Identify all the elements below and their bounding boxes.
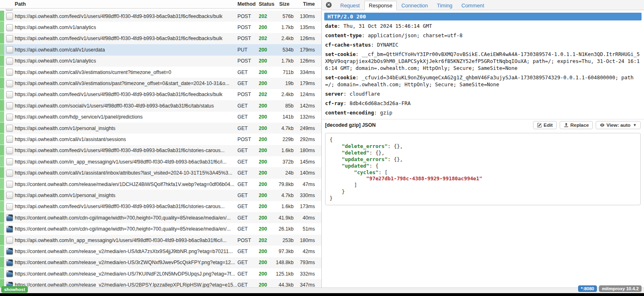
column-header-size[interactable]: Size xyxy=(275,1,294,7)
response-body-json[interactable]: { "delete_errors": {}, "deleted": {}, "u… xyxy=(325,133,641,205)
flow-method: POST xyxy=(237,13,259,19)
flow-row[interactable]: https://content.owhealth.com/release_v2/… xyxy=(0,246,321,257)
flow-row[interactable]: https://api.owhealth.com/call/v3/estimat… xyxy=(0,78,321,89)
flow-size: 576b xyxy=(275,13,294,19)
column-header-status[interactable]: Status xyxy=(259,1,275,7)
flow-row[interactable]: https://content.owhealth.com/cdn-cgi/ima… xyxy=(0,212,321,223)
detail-tabbar: ✕ RequestResponseConnectionTimingComment xyxy=(322,0,644,10)
flow-method: GET xyxy=(237,159,259,165)
flow-row[interactable]: https://content.owhealth.com/release/med… xyxy=(0,179,321,190)
flow-path: https://api.owhealth.com/call/v1/userdat… xyxy=(15,47,237,53)
flow-status: 200 xyxy=(259,25,275,30)
image-icon xyxy=(4,248,15,255)
response-header-line[interactable]: cf-cache-status: DYNAMIC xyxy=(325,41,641,48)
tab-response[interactable]: Response xyxy=(364,1,397,10)
row-marker xyxy=(0,201,4,212)
flow-row[interactable]: https://api.owhealth.com/feed/v1/users/4… xyxy=(0,33,321,44)
flow-size: 253b xyxy=(275,238,294,243)
flow-row[interactable]: https://api.owhealth.com/feed/v1/users/4… xyxy=(0,89,321,100)
flow-row[interactable]: https://api.owhealth.com/v1/analyticsPOS… xyxy=(0,56,321,67)
flow-time: 334ms xyxy=(294,70,321,75)
flow-path: https://api.owhealth.com/v1/personal_ins… xyxy=(15,193,237,198)
flow-size: 2.4kb xyxy=(275,36,294,41)
replace-button[interactable]: Replace xyxy=(560,121,593,129)
row-marker xyxy=(0,100,4,111)
flow-status: 200 xyxy=(259,81,275,86)
flow-table-header[interactable]: Path Method Status Size Time xyxy=(0,0,321,9)
flow-row[interactable]: https://api.owhealth.com/feed/v1/users/4… xyxy=(0,145,321,156)
flow-method: POST xyxy=(237,92,259,97)
flow-row[interactable]: https://api.owhealth.com/call/v1/userdat… xyxy=(0,44,321,55)
flow-time: 249ms xyxy=(294,126,321,131)
flow-row[interactable]: https://api.owhealth.com/v1/personal_ins… xyxy=(0,190,321,201)
flow-size: 141b xyxy=(275,114,294,120)
flow-row[interactable]: https://content.owhealth.com/release_v2/… xyxy=(0,279,321,287)
flow-path: https://api.owhealth.com/call/v1/assista… xyxy=(15,137,237,142)
document-icon xyxy=(4,170,15,177)
response-header-line[interactable]: content-encoding: gzip xyxy=(325,109,641,116)
column-header-time[interactable]: Time xyxy=(294,1,321,7)
document-icon xyxy=(4,24,15,31)
flow-row[interactable]: https://api.owhealth.com/v1/personal_ins… xyxy=(0,123,321,134)
flow-time: 51ms xyxy=(294,226,321,232)
response-header-line[interactable]: content-type: application/json; charset=… xyxy=(325,32,641,39)
flow-row[interactable]: https://api.owhealth.com/v1/analyticsPOS… xyxy=(0,22,321,33)
flow-method: GET xyxy=(237,103,259,109)
response-header-line[interactable]: cf-ray: 8db4c6d68ac3d26a-FRA xyxy=(325,100,641,107)
flow-status: 200 xyxy=(259,137,275,142)
flow-method: POST xyxy=(237,137,259,142)
response-header-line[interactable]: set-cookie: __cf_bm=QttHfCYoHvY3IPr00vBX… xyxy=(325,51,641,72)
flow-path: https://api.owhealth.com/v1/analytics xyxy=(15,58,237,64)
flow-path: https://api.owhealth.com/call/v3/estimat… xyxy=(15,70,237,75)
document-icon xyxy=(4,69,15,76)
response-header-line[interactable]: set-cookie: _cfuvid=34bEuKL9onZ6yumqeCxA… xyxy=(325,74,641,88)
flow-row[interactable]: https://content.owhealth.com/release_v2/… xyxy=(0,257,321,268)
flow-path: https://api.owhealth.com/feed/v1/users/4… xyxy=(15,13,237,19)
flow-row[interactable]: https://api.owhealth.com/call/v3/estimat… xyxy=(0,67,321,78)
flow-status: 200 xyxy=(259,249,275,254)
column-header-path[interactable]: Path xyxy=(15,1,237,7)
flow-status: 200 xyxy=(259,148,275,153)
document-icon xyxy=(4,192,15,199)
header-value: : __cf_bm=QttHfCYoHvY3IPr00vBXMQ7ovBSikE… xyxy=(325,51,639,71)
flow-row[interactable]: https://api.owhealth.com/feed/v1/users/4… xyxy=(0,201,321,212)
flow-path: https://api.owhealth.com/v1/personal_ins… xyxy=(15,126,237,131)
flow-method: GET xyxy=(237,260,259,265)
flow-time: 126ms xyxy=(294,36,321,41)
flow-row[interactable]: https://api.owhealth.com/in_app_messagin… xyxy=(0,235,321,246)
flow-row[interactable]: https://content.owhealth.com/cdn-cgi/ima… xyxy=(0,223,321,234)
row-marker xyxy=(0,44,4,55)
document-icon xyxy=(4,203,15,210)
tab-connection[interactable]: Connection xyxy=(397,1,432,10)
document-icon xyxy=(4,125,15,132)
response-status-line[interactable]: HTTP/2.0 200 xyxy=(324,13,642,20)
header-name: set-cookie xyxy=(325,74,356,81)
flow-size: 125.1kb xyxy=(275,271,294,277)
flow-size: 1.7kb xyxy=(275,58,294,64)
flow-row[interactable]: https://api.owhealth.com/in_app_messagin… xyxy=(0,156,321,167)
tab-timing[interactable]: Timing xyxy=(432,1,457,10)
flow-status: 202 xyxy=(259,238,275,243)
upload-icon xyxy=(564,123,569,128)
view-mode-button[interactable]: View: auto ▼ xyxy=(596,121,641,129)
flow-row[interactable]: https://api.owhealth.com/hdp_service/v1/… xyxy=(0,112,321,123)
image-icon xyxy=(4,214,15,221)
response-header-line[interactable]: server: cloudflare xyxy=(325,90,641,97)
header-value: : application/json; charset=utf-8 xyxy=(362,32,463,38)
document-icon xyxy=(4,147,15,154)
flow-size: 24b xyxy=(275,170,294,176)
flow-row[interactable]: https://api.owhealth.com/call/v1/assista… xyxy=(0,134,321,145)
tab-comment[interactable]: Comment xyxy=(457,1,488,10)
edit-button[interactable]: Edit xyxy=(533,121,557,129)
document-icon xyxy=(4,91,15,98)
tab-request[interactable]: Request xyxy=(336,1,364,10)
flow-row[interactable]: https://api.owhealth.com/social/v1/users… xyxy=(0,100,321,111)
column-header-method[interactable]: Method xyxy=(237,1,259,7)
close-icon[interactable]: ✕ xyxy=(326,2,332,8)
flow-row[interactable]: https://api.owhealth.com/feed/v1/users/4… xyxy=(0,11,321,22)
response-header-line[interactable]: date: Thu, 31 Oct 2024 15:46:14 GMT xyxy=(325,22,641,29)
flow-time: 124ms xyxy=(294,92,321,97)
flow-row[interactable]: https://content.owhealth.com/release_v2/… xyxy=(0,268,321,279)
flow-time: 332ms xyxy=(294,271,321,277)
flow-row[interactable]: https://api.owhealth.com/call/v1/assista… xyxy=(0,167,321,178)
